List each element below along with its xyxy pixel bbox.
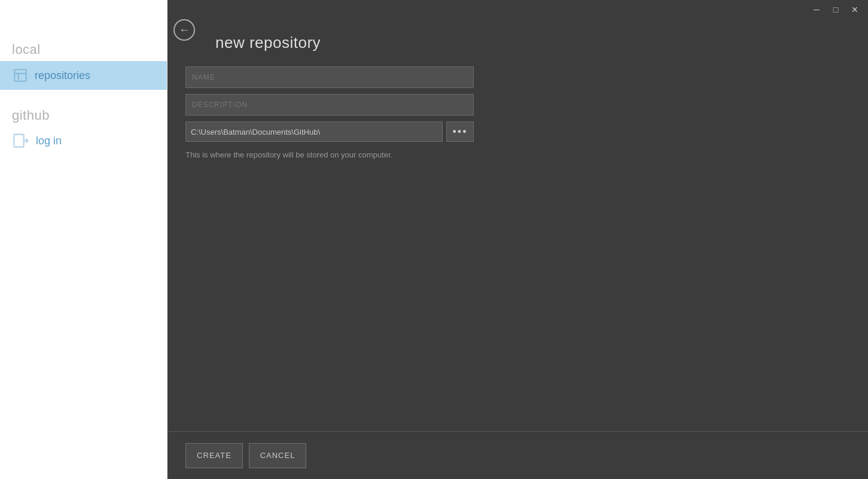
title-bar: ─ □ ✕ bbox=[167, 0, 868, 19]
dialog-header: new repository bbox=[185, 31, 850, 52]
local-section-label: local bbox=[0, 36, 167, 61]
create-button[interactable]: CREATE bbox=[185, 443, 243, 468]
svg-rect-0 bbox=[14, 69, 26, 81]
back-icon: ← bbox=[179, 24, 190, 37]
name-input[interactable] bbox=[185, 66, 474, 88]
svg-rect-3 bbox=[14, 135, 23, 147]
back-button[interactable]: ← bbox=[173, 19, 195, 41]
repositories-icon bbox=[12, 67, 29, 84]
dialog-content: new repository ••• This is where the rep… bbox=[167, 19, 868, 479]
description-input[interactable] bbox=[185, 94, 474, 116]
repositories-label: repositories bbox=[35, 69, 90, 82]
sidebar-item-login[interactable]: log in bbox=[0, 127, 167, 154]
github-section-label: github bbox=[0, 102, 167, 127]
browse-button[interactable]: ••• bbox=[446, 122, 474, 142]
minimize-button[interactable]: ─ bbox=[808, 1, 825, 18]
main-panel: ─ □ ✕ ← new repository ••• This is where… bbox=[167, 0, 868, 479]
login-label: log in bbox=[36, 135, 62, 147]
path-hint: This is where the repository will be sto… bbox=[185, 150, 474, 159]
cancel-button[interactable]: CANCEL bbox=[249, 443, 306, 468]
path-row: ••• bbox=[185, 122, 474, 142]
login-icon bbox=[12, 132, 30, 150]
bottom-bar: CREATE CANCEL bbox=[167, 431, 868, 479]
dialog-title: new repository bbox=[215, 34, 321, 52]
form-area: ••• This is where the repository will be… bbox=[185, 66, 850, 159]
path-input[interactable] bbox=[185, 122, 443, 142]
sidebar-item-repositories[interactable]: repositories bbox=[0, 61, 167, 90]
sidebar: local repositories github log in bbox=[0, 0, 167, 479]
close-button[interactable]: ✕ bbox=[846, 1, 863, 18]
maximize-button[interactable]: □ bbox=[827, 1, 844, 18]
